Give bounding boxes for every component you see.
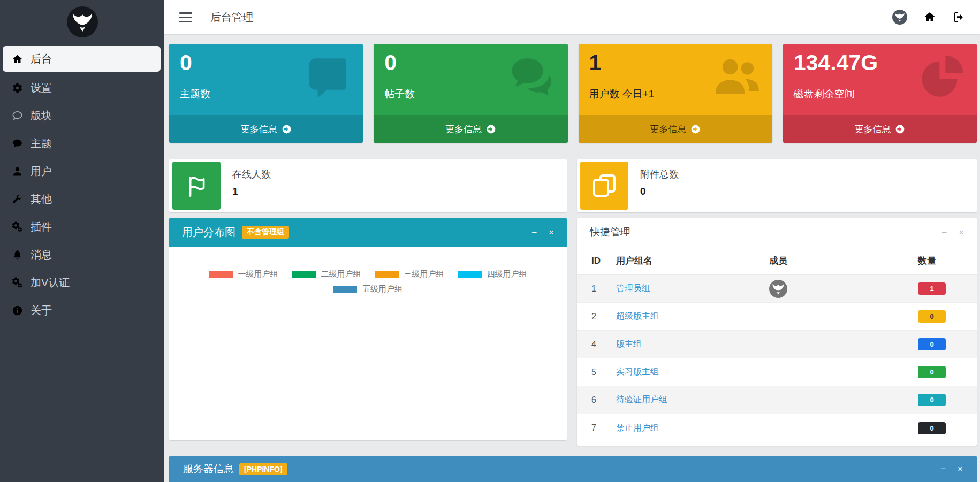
- sidebar-item-label: 版块: [31, 109, 52, 123]
- sidebar-item-verification[interactable]: 加V认证: [0, 269, 164, 296]
- table-row: 2 超级版主组 0: [577, 303, 977, 331]
- infobox-label: 附件总数: [640, 168, 977, 181]
- count-badge: 0: [918, 366, 946, 378]
- sidebar-item-users[interactable]: 用户: [0, 157, 164, 185]
- row-id: 4: [591, 340, 616, 349]
- user-icon: [12, 166, 23, 177]
- column-members: 成员: [769, 255, 918, 267]
- column-id: ID: [591, 256, 616, 266]
- table-row: 7 禁止用户组 0: [577, 414, 977, 442]
- count-badge: 0: [918, 338, 946, 350]
- sidebar-item-label: 关于: [31, 303, 52, 318]
- legend-item: 一级用户组: [209, 269, 278, 279]
- minimize-icon[interactable]: −: [940, 464, 946, 473]
- sidebar-item-topics[interactable]: 主题: [0, 129, 164, 157]
- legend-swatch: [458, 271, 482, 278]
- phpinfo-badge[interactable]: [PHPINFO]: [239, 463, 287, 475]
- users-icon: [713, 53, 761, 101]
- table-row: 6 待验证用户组 0: [577, 386, 977, 414]
- row-id: 5: [591, 368, 616, 377]
- sidebar-item-label: 加V认证: [31, 276, 70, 290]
- minimize-icon[interactable]: −: [531, 228, 537, 237]
- sidebar-item-messages[interactable]: 消息: [0, 241, 164, 269]
- table-row: 5 实习版主组 0: [577, 358, 977, 386]
- wrench-icon: [12, 194, 23, 205]
- home-icon[interactable]: [923, 11, 936, 24]
- stat-cards-row: 0 主题数 更多信息 0 帖子数 更多信息 1 用户数 今日+1 更多信息 13…: [169, 44, 977, 143]
- sidebar-item-label: 主题: [31, 136, 52, 151]
- sidebar-item-about[interactable]: 关于: [0, 296, 164, 324]
- more-info-link[interactable]: 更多信息: [169, 115, 363, 143]
- group-link[interactable]: 管理员组: [616, 283, 769, 294]
- quick-management-panel: 快捷管理 − × ID 用户组名 成员 数量 1 管理员组 1 2 超级版主组 …: [577, 218, 977, 446]
- panel-header: 快捷管理 − ×: [577, 218, 977, 247]
- sidebar-item-backend[interactable]: 后台: [3, 46, 161, 72]
- flag-icon: [172, 162, 221, 210]
- sidebar-item-label: 后台: [31, 52, 52, 66]
- server-info-panel: 服务器信息 [PHPINFO] − ×: [169, 456, 977, 482]
- panel-title: 服务器信息: [183, 462, 234, 476]
- member-avatar[interactable]: [769, 280, 787, 298]
- legend-swatch: [209, 271, 233, 278]
- more-info-link[interactable]: 更多信息: [374, 115, 567, 143]
- stat-card-disk: 134.47G 磁盘剩余空间 更多信息: [783, 44, 977, 143]
- more-info-link[interactable]: 更多信息: [783, 115, 977, 143]
- column-count: 数量: [918, 255, 946, 267]
- arrow-circle-right-icon: [282, 124, 292, 134]
- sidebar-item-settings[interactable]: 设置: [0, 74, 164, 102]
- panel-title: 用户分布图: [182, 225, 235, 240]
- cogs-icon: [12, 221, 23, 233]
- sidebar-item-label: 插件: [31, 220, 52, 234]
- infobox-online-users: 在线人数 1: [169, 159, 567, 212]
- count-badge: 1: [918, 282, 946, 295]
- more-info-link[interactable]: 更多信息: [579, 115, 772, 143]
- sidebar-item-other[interactable]: 其他: [0, 185, 164, 213]
- stat-card-posts: 0 帖子数 更多信息: [374, 44, 567, 143]
- comment-icon: [12, 138, 23, 149]
- info-icon: [12, 305, 23, 316]
- group-link[interactable]: 版主组: [616, 339, 769, 350]
- table-header: ID 用户组名 成员 数量: [577, 247, 977, 275]
- user-distribution-panel: 用户分布图 不含管理组 − × 一级用户组 二级用户组 三级用户组 四级用户组: [169, 218, 567, 440]
- stat-card-topics: 0 主题数 更多信息: [169, 44, 363, 143]
- stat-card-users: 1 用户数 今日+1 更多信息: [579, 44, 772, 143]
- group-link[interactable]: 禁止用户组: [616, 423, 769, 434]
- legend-item: 五级用户组: [333, 284, 402, 294]
- cogs-icon: [12, 277, 23, 288]
- legend-item: 三级用户组: [375, 269, 444, 279]
- column-group-name: 用户组名: [616, 255, 769, 267]
- app-logo: [0, 0, 164, 37]
- row-id: 2: [591, 312, 616, 322]
- arrow-circle-right-icon: [690, 124, 701, 134]
- infobox-label: 在线人数: [232, 168, 567, 181]
- minimize-icon[interactable]: −: [941, 228, 947, 237]
- arrow-circle-right-icon: [895, 124, 905, 134]
- menu-toggle-icon[interactable]: [179, 12, 192, 22]
- group-link[interactable]: 超级版主组: [616, 311, 769, 322]
- group-link[interactable]: 待验证用户组: [616, 394, 769, 406]
- panel-badge: 不含管理组: [242, 226, 289, 239]
- count-badge: 0: [918, 422, 946, 434]
- legend-swatch: [333, 286, 357, 293]
- sidebar-item-forums[interactable]: 版块: [0, 102, 164, 129]
- row-id: 7: [591, 423, 616, 433]
- profile-avatar[interactable]: [892, 10, 907, 25]
- close-icon[interactable]: ×: [959, 228, 964, 237]
- group-link[interactable]: 实习版主组: [616, 366, 769, 378]
- sign-out-icon[interactable]: [952, 11, 965, 24]
- close-icon[interactable]: ×: [958, 464, 963, 473]
- comment-icon: [304, 53, 351, 101]
- sidebar-item-plugins[interactable]: 插件: [0, 213, 164, 241]
- close-icon[interactable]: ×: [549, 228, 554, 237]
- count-badge: 0: [918, 310, 946, 323]
- legend-swatch: [375, 271, 399, 278]
- arrow-circle-right-icon: [486, 124, 496, 134]
- navbar-actions: [892, 10, 965, 25]
- comments-icon: [509, 53, 556, 101]
- legend-item: 四级用户组: [458, 269, 527, 279]
- sidebar-item-label: 用户: [31, 164, 52, 179]
- comment-outline-icon: [12, 110, 23, 121]
- panel-header: 用户分布图 不含管理组 − ×: [169, 218, 567, 247]
- logo-icon: [67, 6, 98, 37]
- row-id: 6: [591, 395, 616, 405]
